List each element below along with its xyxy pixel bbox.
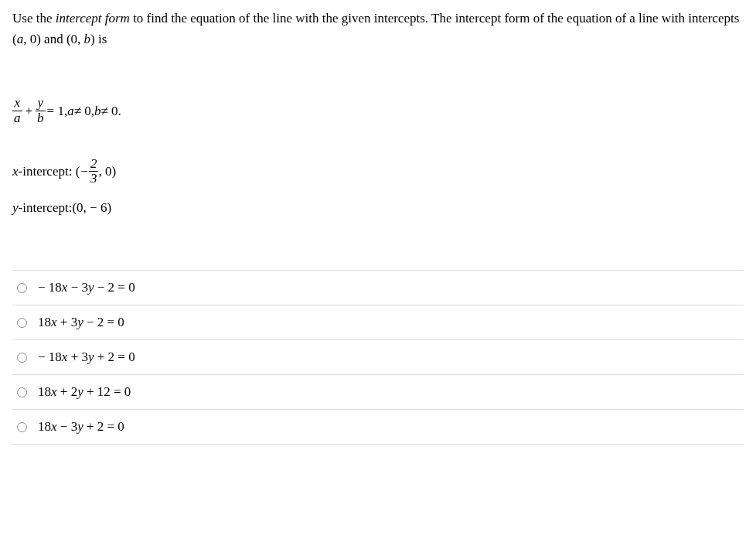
option-2-text: 18x + 3y − 2 = 0 xyxy=(38,315,124,330)
opt1-rest: − 2 = 0 xyxy=(94,280,135,295)
radio-icon xyxy=(17,283,27,293)
opt3-prefix: − 18 xyxy=(38,350,62,364)
option-1[interactable]: − 18x − 3y − 2 = 0 xyxy=(12,270,744,305)
prompt-part3: , 0) and (0, xyxy=(23,32,83,46)
options-list: − 18x − 3y − 2 = 0 18x + 3y − 2 = 0 − 18… xyxy=(12,270,744,445)
fraction-y-b: y b xyxy=(36,96,46,125)
option-4-text: 18x + 2y + 12 = 0 xyxy=(38,384,131,400)
opt2-rest: − 2 = 0 xyxy=(83,315,124,329)
fraction-den-b: b xyxy=(36,111,46,126)
option-2[interactable]: 18x + 3y − 2 = 0 xyxy=(12,305,744,340)
fraction-num-x: x xyxy=(12,96,22,111)
opt1-mid: − 3 xyxy=(67,280,88,295)
radio-icon xyxy=(17,318,27,328)
formula-eq: = 1, xyxy=(46,104,68,119)
radio-icon xyxy=(17,353,27,363)
x-intercept-frac: 2 3 xyxy=(89,157,99,186)
formula-cond-a-rest: ≠ 0, xyxy=(74,104,94,119)
formula-cond-b-rest: ≠ 0. xyxy=(101,104,121,119)
x-intercept-var: x xyxy=(12,164,19,179)
option-3[interactable]: − 18x + 3y + 2 = 0 xyxy=(12,340,744,375)
opt1-prefix: − 18 xyxy=(38,280,62,295)
prompt-part1: Use the xyxy=(12,11,56,26)
opt4-prefix: 18 xyxy=(38,384,51,399)
x-intercept-num: 2 xyxy=(89,157,99,172)
formula: x a + y b = 1, a ≠ 0, b ≠ 0. xyxy=(12,96,121,125)
prompt-a: a xyxy=(17,32,24,46)
intercepts-block: x-intercept: (− 2 3 , 0) y-intercept: (0… xyxy=(12,157,744,216)
prompt-b: b xyxy=(84,32,91,46)
x-intercept-den: 3 xyxy=(89,172,99,186)
fraction-x-a: x a xyxy=(12,96,22,125)
opt2-x: x xyxy=(51,315,57,329)
opt2-y: y xyxy=(77,315,83,329)
formula-cond-a-var: a xyxy=(67,104,74,119)
opt4-mid: + 2 xyxy=(57,384,78,399)
formula-plus: + xyxy=(22,104,36,119)
opt3-y: y xyxy=(88,350,94,364)
opt5-y: y xyxy=(77,419,83,434)
opt5-x: x xyxy=(51,419,57,434)
x-intercept: x-intercept: (− 2 3 , 0) xyxy=(12,157,744,186)
opt2-mid: + 3 xyxy=(57,315,78,329)
y-intercept-value: (0, − 6) xyxy=(72,200,111,216)
prompt-italic: intercept form xyxy=(56,11,130,26)
radio-icon xyxy=(17,422,27,432)
option-1-text: − 18x − 3y − 2 = 0 xyxy=(38,280,135,295)
x-intercept-close: , 0) xyxy=(98,164,116,179)
option-3-text: − 18x + 3y + 2 = 0 xyxy=(38,350,135,365)
opt3-mid: + 3 xyxy=(67,350,88,364)
fraction-num-y: y xyxy=(36,96,46,111)
radio-icon xyxy=(17,387,27,397)
option-5[interactable]: 18x − 3y + 2 = 0 xyxy=(12,410,744,445)
opt4-y: y xyxy=(77,384,83,399)
opt2-prefix: 18 xyxy=(38,315,51,329)
option-4[interactable]: 18x + 2y + 12 = 0 xyxy=(12,375,744,410)
x-intercept-suffix: -intercept: ( xyxy=(19,164,80,179)
y-intercept-var: y xyxy=(12,200,19,216)
opt5-mid: − 3 xyxy=(57,419,78,434)
opt5-prefix: 18 xyxy=(38,419,51,434)
y-intercept: y-intercept: (0, − 6) xyxy=(12,200,744,216)
opt3-rest: + 2 = 0 xyxy=(94,350,135,364)
prompt-part4: ) is xyxy=(90,32,107,46)
fraction-den-a: a xyxy=(12,111,22,126)
formula-cond-b-var: b xyxy=(94,104,101,119)
opt4-rest: + 12 = 0 xyxy=(83,384,131,399)
question-prompt: Use the intercept form to find the equat… xyxy=(12,8,744,49)
opt4-x: x xyxy=(51,384,57,399)
option-5-text: 18x − 3y + 2 = 0 xyxy=(38,419,124,435)
opt5-rest: + 2 = 0 xyxy=(83,419,124,434)
y-intercept-suffix: -intercept: xyxy=(19,200,73,216)
opt1-y: y xyxy=(88,280,94,295)
x-intercept-neg: − xyxy=(80,164,89,179)
